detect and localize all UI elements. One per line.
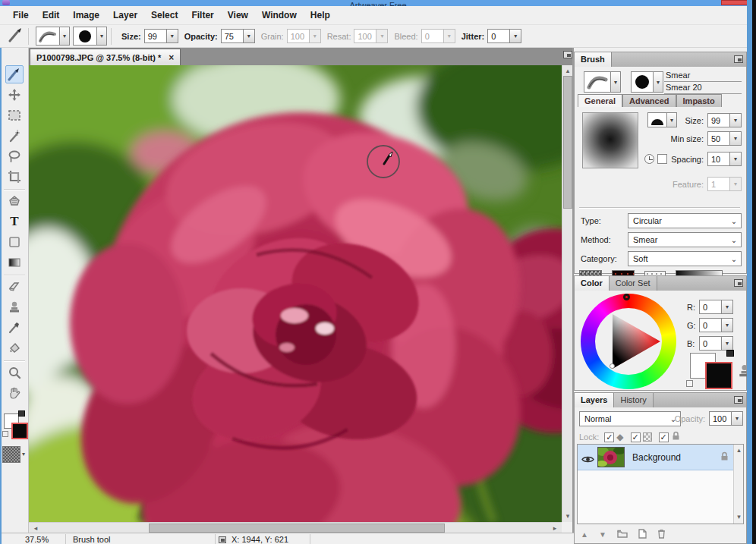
- lock-pixels-checkbox[interactable]: ✓: [631, 432, 641, 442]
- tool-brush[interactable]: [5, 65, 24, 83]
- tab-advanced[interactable]: Advanced: [622, 94, 676, 107]
- tab-general[interactable]: General: [578, 94, 622, 107]
- horizontal-scrollbar[interactable]: ◂ ▸: [29, 522, 562, 533]
- method-combobox[interactable]: Smear ⌄: [628, 232, 742, 247]
- tool-crop[interactable]: [5, 168, 24, 186]
- color-wheel[interactable]: [581, 294, 676, 389]
- category-combobox[interactable]: Soft ⌄: [628, 251, 742, 266]
- scroll-up-icon[interactable]: ▴: [734, 446, 744, 454]
- type-combobox[interactable]: Circular ⌄: [628, 213, 742, 228]
- tool-gradient[interactable]: [5, 253, 24, 272]
- blend-mode-combobox[interactable]: Normal ⌄: [579, 411, 681, 426]
- opacity-spinner[interactable]: 75 ▾: [221, 29, 255, 43]
- pattern-swatch[interactable]: [2, 446, 20, 463]
- document-tab[interactable]: P1000798.JPG @ 37.5% (8-bit) * ×: [30, 49, 181, 65]
- menu-file[interactable]: File: [6, 7, 36, 24]
- scroll-left-icon[interactable]: ◂: [30, 524, 41, 532]
- brush-tip-dropdown[interactable]: ▾: [631, 71, 663, 90]
- chevron-down-icon[interactable]: ▾: [60, 27, 70, 46]
- tool-paint-bucket[interactable]: [5, 339, 24, 357]
- group-layers-button[interactable]: [617, 530, 628, 539]
- brush-variant-dropdown[interactable]: ▾: [584, 71, 621, 90]
- layer-list-scrollbar[interactable]: ▴ ▾: [733, 445, 743, 524]
- chevron-down-icon[interactable]: ▾: [732, 411, 743, 426]
- brush-stroke-preview-dropdown[interactable]: ▾: [36, 27, 70, 46]
- tool-move[interactable]: [5, 86, 24, 104]
- vertical-scrollbar[interactable]: ▴ ▾: [562, 65, 572, 522]
- chevron-down-icon[interactable]: ▾: [730, 131, 742, 146]
- move-layer-up-button[interactable]: ▲: [581, 530, 588, 539]
- move-layer-down-button[interactable]: ▼: [599, 530, 606, 539]
- tab-close-icon[interactable]: ×: [169, 52, 174, 63]
- tab-brush[interactable]: Brush: [575, 52, 612, 67]
- horizontal-scroll-thumb[interactable]: [149, 524, 445, 533]
- chevron-down-icon[interactable]: ▾: [730, 113, 742, 127]
- chevron-down-icon[interactable]: ⌄: [727, 214, 741, 228]
- tool-lasso[interactable]: [5, 147, 24, 165]
- tool-zoom[interactable]: [5, 363, 24, 382]
- menu-filter[interactable]: Filter: [184, 7, 220, 24]
- swap-colors-icon[interactable]: [18, 410, 25, 417]
- saturation-triangle[interactable]: [591, 303, 666, 379]
- tool-magic-wand[interactable]: [5, 127, 24, 145]
- visibility-eye-icon[interactable]: [581, 453, 594, 467]
- chevron-down-icon[interactable]: ⌄: [727, 233, 741, 247]
- tool-eyedropper[interactable]: [5, 319, 24, 337]
- tab-color-set[interactable]: Color Set: [610, 276, 657, 291]
- chevron-down-icon[interactable]: ▾: [611, 71, 621, 93]
- chevron-down-icon[interactable]: ▾: [167, 29, 178, 43]
- default-colors-icon[interactable]: [2, 431, 8, 437]
- chevron-down-icon[interactable]: ▾: [722, 300, 733, 314]
- chevron-down-icon[interactable]: ▾: [730, 152, 742, 166]
- chevron-down-icon[interactable]: ⌄: [727, 252, 741, 266]
- tool-art-pen[interactable]: [5, 192, 24, 210]
- scroll-up-icon[interactable]: ▴: [562, 67, 573, 74]
- tabstrip-menu-icon[interactable]: [563, 51, 572, 58]
- jitter-spinner[interactable]: 0 ▾: [487, 29, 521, 43]
- background-color-swatch[interactable]: [11, 423, 28, 439]
- tab-impasto[interactable]: Impasto: [676, 94, 722, 107]
- size-spinner[interactable]: 99 ▾: [144, 29, 178, 43]
- menu-select[interactable]: Select: [144, 7, 184, 24]
- menu-window[interactable]: Window: [255, 7, 304, 24]
- chevron-down-icon[interactable]: ▾: [97, 27, 107, 46]
- background-color-swatch[interactable]: [705, 362, 732, 389]
- chevron-down-icon[interactable]: ▾: [722, 336, 733, 351]
- scroll-down-icon[interactable]: ▾: [734, 513, 744, 520]
- brush-shape-dropdown[interactable]: ▾: [647, 112, 677, 131]
- chevron-down-icon[interactable]: ▾: [667, 112, 677, 127]
- scroll-right-icon[interactable]: ▸: [550, 524, 560, 532]
- swap-colors-icon[interactable]: [726, 350, 734, 357]
- saturation-marker[interactable]: [610, 363, 615, 369]
- vertical-scroll-thumb[interactable]: [563, 76, 572, 209]
- chevron-down-icon[interactable]: ▾: [654, 71, 663, 93]
- menu-edit[interactable]: Edit: [36, 7, 67, 24]
- brush-size-spinner[interactable]: 99 ▾: [707, 113, 742, 127]
- b-spinner[interactable]: 0 ▾: [699, 336, 733, 351]
- panel-menu-icon[interactable]: [734, 396, 743, 404]
- panel-menu-icon[interactable]: [734, 279, 743, 287]
- brush-tip-dropdown[interactable]: ▾: [73, 27, 107, 46]
- menu-help[interactable]: Help: [304, 7, 337, 24]
- tool-clone-stamp[interactable]: [5, 298, 24, 316]
- r-spinner[interactable]: 0 ▾: [699, 300, 733, 314]
- scroll-down-icon[interactable]: ▾: [562, 512, 573, 520]
- chevron-down-icon[interactable]: ▾: [510, 29, 521, 43]
- tool-eraser[interactable]: [5, 278, 24, 296]
- default-colors-icon[interactable]: [686, 380, 693, 387]
- tool-shape[interactable]: [5, 233, 24, 251]
- layer-opacity-spinner[interactable]: 100 ▾: [709, 411, 743, 426]
- new-layer-button[interactable]: [638, 529, 647, 540]
- panel-menu-icon[interactable]: [734, 55, 743, 63]
- layer-row-background[interactable]: Background: [578, 445, 734, 470]
- lock-transparency-checkbox[interactable]: ✓: [604, 432, 614, 442]
- chevron-down-icon[interactable]: ▾: [244, 29, 255, 43]
- lock-all-checkbox[interactable]: ✓: [659, 432, 669, 442]
- chevron-down-icon[interactable]: ▾: [22, 451, 25, 458]
- tab-layers[interactable]: Layers: [575, 393, 614, 407]
- canvas[interactable]: [29, 65, 562, 522]
- tool-text[interactable]: T: [5, 212, 24, 231]
- tab-history[interactable]: History: [614, 393, 653, 407]
- min-size-spinner[interactable]: 50 ▾: [707, 131, 742, 146]
- hue-marker[interactable]: [623, 294, 630, 300]
